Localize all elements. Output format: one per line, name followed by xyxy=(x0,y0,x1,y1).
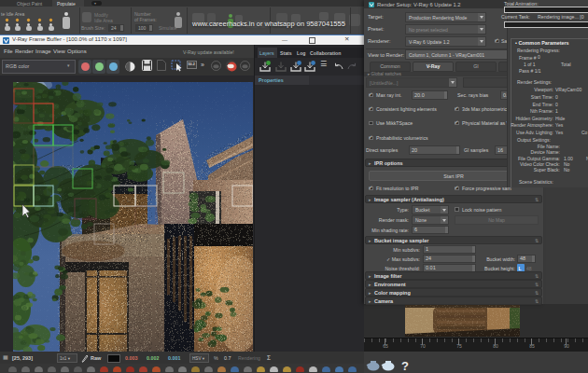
svg-text:?: ? xyxy=(401,359,409,372)
